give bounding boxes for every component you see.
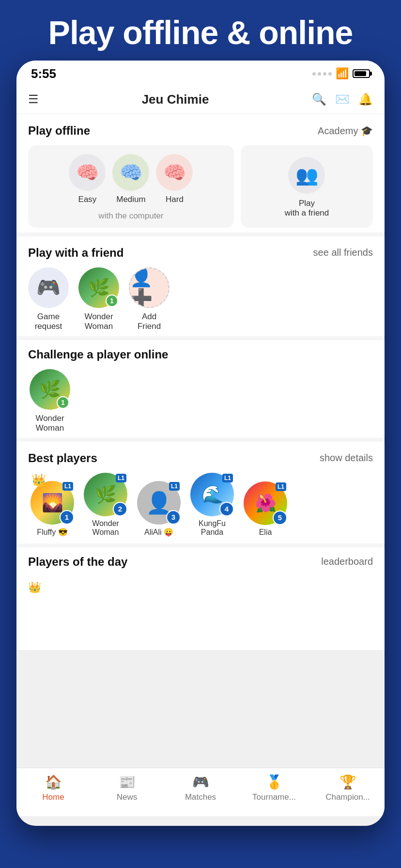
tab-tournament[interactable]: 🥇 Tourname... xyxy=(237,774,311,802)
app-banner-title: Play offline & online xyxy=(15,15,386,51)
difficulty-medium[interactable]: 🧠 Medium xyxy=(112,154,149,204)
player-3-rank: 3 xyxy=(166,510,181,525)
status-time: 5:55 xyxy=(31,66,56,81)
app-banner: Play offline & online xyxy=(0,0,401,61)
difficulty-hard[interactable]: 🧠 Hard xyxy=(156,154,193,204)
challenge-online-section: Challenge a player online 🌿 1 WonderWoma… xyxy=(16,340,385,438)
challenge-title: Challenge a player online xyxy=(28,348,168,361)
player-2-rank: 2 xyxy=(113,502,127,516)
player-5-level: L1 xyxy=(276,482,286,491)
crown-icon: 👑 xyxy=(31,473,46,487)
difficulty-easy[interactable]: 🧠 Easy xyxy=(69,154,106,204)
academy-action[interactable]: Academy 🎓 xyxy=(318,125,373,137)
play-friend-label: Play xyxy=(285,199,329,208)
difficulty-hard-label: Hard xyxy=(166,195,184,204)
tournament-label: Tourname... xyxy=(252,792,296,802)
hamburger-menu-button[interactable]: ☰ xyxy=(28,93,39,106)
play-with-friend-section: Play with a friend see all friends 🎮 Gam… xyxy=(16,236,385,336)
challenge-player-name: WonderWoman xyxy=(35,414,64,433)
wifi-icon: 📶 xyxy=(336,67,349,80)
status-icons: 📶 xyxy=(312,67,370,80)
player-5[interactable]: 🌺 L1 5 Elia xyxy=(241,481,290,537)
player-4-rank: 4 xyxy=(219,502,234,516)
signal-icon xyxy=(312,72,332,76)
tab-news[interactable]: 📰 News xyxy=(90,774,164,802)
play-with-friend-title: Play with a friend xyxy=(28,246,123,260)
play-offline-section: Play offline Academy 🎓 🧠 Easy 🧠 xyxy=(16,114,385,232)
player-3-level: L1 xyxy=(169,482,180,491)
tab-matches[interactable]: 🎮 Matches xyxy=(164,774,237,802)
player-1-rank: 1 xyxy=(60,510,74,525)
tab-champion[interactable]: 🏆 Champion... xyxy=(311,774,385,802)
player-5-name: Elia xyxy=(259,528,272,537)
player-2[interactable]: 🌿 L1 2 WonderWoman xyxy=(81,473,130,537)
tournament-icon: 🥇 xyxy=(266,774,283,790)
main-content: Play offline Academy 🎓 🧠 Easy 🧠 xyxy=(16,114,385,650)
player-5-rank: 5 xyxy=(273,511,287,525)
player-4-level: L1 xyxy=(222,474,233,482)
player-1-level: L1 xyxy=(62,482,73,491)
best-players-section: Best players show details 👑 🌄 L1 1 xyxy=(16,442,385,543)
search-button[interactable]: 🔍 xyxy=(312,93,326,106)
player-2-level: L1 xyxy=(116,474,126,482)
players-of-day-title: Players of the day xyxy=(28,555,127,569)
bottom-nav: 🏠 Home 📰 News 🎮 Matches 🥇 Tourname... 🏆 … xyxy=(16,768,385,816)
friend-wonder-woman[interactable]: 🌿 1 WonderWoman xyxy=(78,267,119,331)
tab-home[interactable]: 🏠 Home xyxy=(16,774,90,802)
best-players-title: Best players xyxy=(28,451,97,465)
friend-wonder-woman-label: WonderWoman xyxy=(84,312,113,331)
challenge-badge: 1 xyxy=(57,396,69,409)
add-friend-button[interactable]: 👤➕ AddFriend xyxy=(129,267,170,331)
news-label: News xyxy=(117,792,138,802)
notifications-button[interactable]: 🔔 xyxy=(358,93,373,106)
status-bar: 5:55 📶 xyxy=(16,61,385,85)
matches-label: Matches xyxy=(185,792,216,802)
home-icon: 🏠 xyxy=(45,774,62,790)
player-2-name: WonderWoman xyxy=(92,519,119,537)
computer-subtitle: with the computer xyxy=(98,211,163,221)
battery-icon xyxy=(353,69,370,78)
champion-label: Champion... xyxy=(325,792,370,802)
see-all-friends[interactable]: see all friends xyxy=(313,247,373,258)
player-3[interactable]: 👤 L1 3 AliAli 😛 xyxy=(135,481,183,537)
nav-title: Jeu Chimie xyxy=(39,92,312,107)
challenge-player-wonder-woman[interactable]: 🌿 1 WonderWoman xyxy=(28,369,72,433)
friend-game-request-label: Gamerequest xyxy=(35,312,62,331)
messages-button[interactable]: ✉️ xyxy=(335,93,350,106)
player-1[interactable]: 👑 🌄 L1 1 Fluffy 😎 xyxy=(28,481,77,537)
home-label: Home xyxy=(42,792,64,802)
leaderboard-action[interactable]: leaderboard xyxy=(321,556,373,567)
play-friend-subtitle: with a friend xyxy=(285,208,329,218)
player-4[interactable]: 🌊 L1 4 KungFuPanda xyxy=(188,473,236,537)
show-details-action[interactable]: show details xyxy=(320,452,373,464)
phone-frame: 5:55 📶 ☰ Jeu Chimie 🔍 ✉️ � xyxy=(16,61,385,826)
wonder-woman-badge: 1 xyxy=(106,294,118,307)
champion-icon: 🏆 xyxy=(339,774,356,790)
friend-game-request[interactable]: 🎮 Gamerequest xyxy=(28,267,69,331)
matches-icon: 🎮 xyxy=(192,774,209,790)
players-of-day-section: Players of the day leaderboard 👑 xyxy=(16,547,385,602)
news-icon: 📰 xyxy=(119,774,136,790)
play-computer-card[interactable]: 🧠 Easy 🧠 Medium 🧠 Hard xyxy=(28,145,234,228)
add-friend-label: AddFriend xyxy=(138,312,161,331)
difficulty-easy-label: Easy xyxy=(78,195,97,204)
player-1-name: Fluffy 😎 xyxy=(37,527,67,537)
player-4-name: KungFuPanda xyxy=(199,519,226,537)
play-offline-title: Play offline xyxy=(28,124,90,138)
player-3-name: AliAli 😛 xyxy=(144,527,173,537)
top-nav: ☰ Jeu Chimie 🔍 ✉️ 🔔 xyxy=(16,85,385,114)
difficulty-medium-label: Medium xyxy=(116,195,145,204)
play-friend-card[interactable]: 👥 Play with a friend xyxy=(241,145,373,228)
